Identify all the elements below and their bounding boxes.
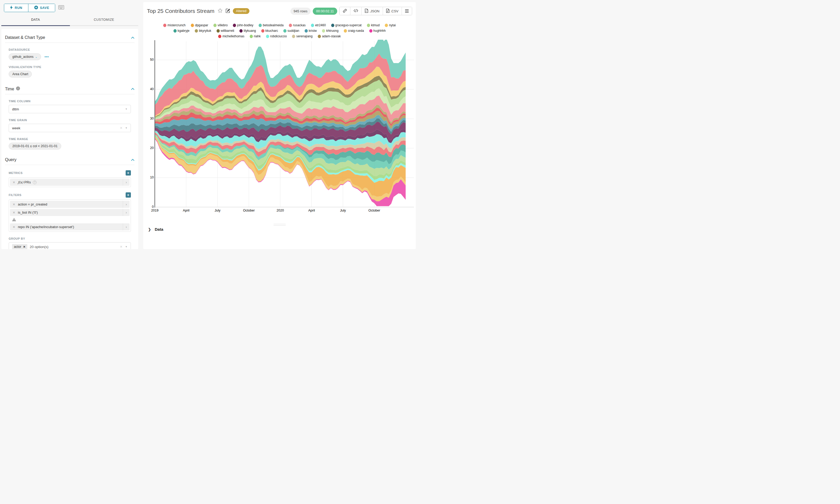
explore-page: RUN SAVE DATA CUSTOMIZE Dataset & Chart … [0,0,420,252]
legend-item[interactable]: etr2460 [311,23,326,27]
legend-item[interactable]: john-bodley [233,23,253,27]
remove-icon[interactable]: ✕ [10,181,18,184]
streamgraph-svg[interactable] [151,40,414,211]
run-save-button-group: RUN SAVE [4,4,55,12]
x-tick-label: July [340,209,346,212]
chart-menu-button[interactable] [401,7,412,15]
code-icon [354,9,358,13]
filter-chip[interactable]: ✕ is_bot IN ('0') › [10,209,129,216]
legend-item[interactable]: adam-stasiak [318,34,341,38]
svg-text:i: i [18,87,18,90]
legend-item[interactable]: ktmud [367,23,380,27]
remove-icon[interactable]: ✕ [10,225,18,229]
legend-dot-icon [163,24,166,27]
y-tick-label: 40 [145,87,154,91]
export-button-group: .JSON .CSV [339,7,412,15]
remove-icon[interactable]: ✕ [10,211,18,214]
legend-item[interactable]: michellethomas [218,34,244,38]
y-tick-label: 50 [145,58,154,61]
chevron-up-icon[interactable] [131,88,135,90]
legend-dot-icon [292,35,295,38]
edit-properties-button[interactable] [226,8,230,14]
legend-dot-icon [367,24,370,27]
filters-label: FILTERS [9,193,21,197]
add-filter-button[interactable]: + [126,192,131,198]
time-column-label: TIME COLUMN [9,100,31,103]
time-grain-label: TIME GRAIN [9,119,27,122]
legend-item[interactable]: kkucharc [261,29,278,33]
legend-item[interactable]: hughhhh [369,29,386,33]
legend-item[interactable]: suddjian [283,29,299,33]
lightning-icon [10,5,13,10]
legend-item[interactable]: willbarrett [217,29,234,33]
time-grain-select[interactable]: week ✕ ▼ [9,124,131,132]
tab-customize[interactable]: CUSTOMIZE [70,15,139,25]
plus-circle-icon [34,5,38,10]
legend-item[interactable]: khtruong [322,29,339,33]
embed-code-button[interactable] [350,7,361,15]
chevron-right-icon[interactable]: › [123,201,129,208]
datasource-pill[interactable]: github_actions ⌄ [9,53,41,60]
group-by-label: GROUP BY [9,237,25,240]
x-tick-label: 2020 [276,209,284,212]
x-tick-label: April [183,209,190,212]
filter-chip[interactable]: ✕ action = pr_created › [10,201,129,208]
clear-icon[interactable]: ✕ [120,245,123,249]
viz-type-pill[interactable]: Area Chart [9,71,32,77]
legend-item[interactable]: riahk [250,34,261,38]
group-by-placeholder: 20 option(s) [30,245,120,249]
legend-item[interactable]: bkyryliuk [195,29,211,33]
chevron-right-icon[interactable]: › [123,209,129,216]
legend-item[interactable]: kgabryje [174,29,190,33]
chevron-right-icon[interactable]: › [123,179,129,186]
favorite-star-button[interactable] [218,8,222,14]
remove-icon[interactable]: ✕ [23,245,25,249]
legend-item[interactable]: craig-rueda [344,29,364,33]
warning-icon [12,218,129,222]
chevron-right-icon[interactable]: › [123,223,129,231]
add-metric-button[interactable]: + [126,170,131,176]
legend-item[interactable]: rusackas [289,23,306,27]
stream-chart[interactable]: 01020304050 [151,40,414,211]
legend-label: villebro [218,23,228,27]
time-column-select[interactable]: dttm ▼ [9,105,131,113]
legend-item[interactable]: lilykuang [239,29,256,33]
x-tick-label: October [369,209,380,212]
clear-icon[interactable]: ✕ [120,126,123,130]
tab-data[interactable]: DATA [1,15,70,25]
chevron-up-icon[interactable] [131,159,135,161]
metric-chip[interactable]: ✕ ƒ(x)PRs? › [10,179,129,186]
legend-item[interactable]: serenajiang [292,34,312,38]
legend-label: adam-stasiak [322,34,341,38]
chevron-right-icon: ❯ [148,227,151,232]
data-expander[interactable]: ❯ Data [148,227,163,232]
legend-item[interactable]: kristw [305,29,317,33]
filter-chip[interactable]: ✕ repo IN ('apache/incubator-superset') … [10,223,129,231]
legend-item[interactable]: graceguo-supercat [331,23,362,27]
row-count-badge: 945 rows [290,7,311,15]
legend-label: kkucharc [266,29,278,33]
save-button[interactable]: SAVE [28,4,55,12]
keyboard-shortcuts-button[interactable] [58,5,64,11]
remove-icon[interactable]: ✕ [10,203,18,206]
legend-dot-icon [213,24,217,27]
datasource-more-button[interactable]: ••• [44,55,49,59]
resize-drag-handle[interactable] [274,223,286,227]
legend-item[interactable]: nytai [385,23,396,27]
query-timer-badge[interactable]: 00:00:02.11 [313,7,338,15]
export-json-button[interactable]: .JSON [361,7,382,15]
x-axis-labels: 2019AprilJulyOctober2020AprilJulyOctober [151,209,414,214]
time-range-pill[interactable]: 2019-01-01 ≤ col < 2021-01-01 [9,143,61,149]
metrics-box: ✕ ƒ(x)PRs? › [9,177,131,187]
legend-item[interactable]: dpgaspar [191,23,208,27]
chevron-up-icon[interactable] [131,37,135,39]
legend-item[interactable]: villebro [213,23,228,27]
export-csv-button[interactable]: .CSV [383,7,401,15]
legend-item[interactable]: betodealmeida [258,23,284,27]
legend-item[interactable]: mistercrunch [163,23,185,27]
group-by-select[interactable]: actor✕ 20 option(s) ✕ ▼ [9,242,131,249]
legend-item[interactable]: robdiciuccio [266,34,287,38]
run-button[interactable]: RUN [4,4,28,12]
copy-link-button[interactable] [340,7,350,15]
legend-dot-icon [318,35,321,38]
